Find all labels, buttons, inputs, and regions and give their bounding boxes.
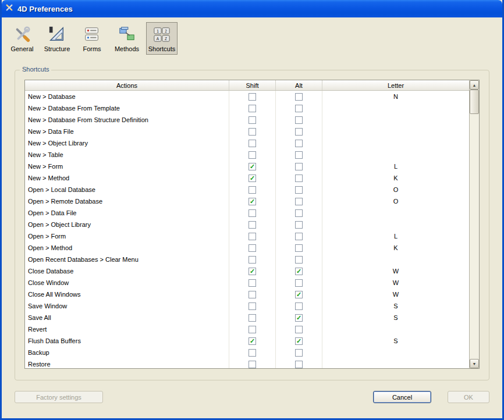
shift-checkbox[interactable]: ✓ — [249, 268, 256, 275]
shift-checkbox[interactable]: ✓ — [249, 337, 256, 345]
table-row[interactable]: New > Database From Template — [25, 102, 469, 114]
shift-checkbox[interactable] — [249, 128, 256, 136]
shift-checkbox[interactable] — [249, 140, 256, 147]
table-row[interactable]: Open Recent Databases > Clear Menu — [25, 254, 469, 265]
alt-checkbox[interactable]: ✓ — [295, 268, 303, 275]
alt-checkbox[interactable] — [295, 128, 303, 136]
table-row[interactable]: Close WindowW — [25, 277, 469, 289]
alt-cell — [276, 184, 322, 195]
shift-cell — [229, 219, 276, 230]
toolbar-item-methods[interactable]: Methods — [111, 22, 143, 55]
shift-checkbox[interactable] — [249, 186, 256, 194]
column-header-shift[interactable]: Shift — [229, 80, 276, 90]
alt-checkbox[interactable] — [295, 256, 303, 264]
table-row[interactable]: New > Object Library — [25, 137, 469, 149]
ok-button[interactable]: OK — [448, 391, 489, 403]
shift-checkbox[interactable] — [249, 209, 256, 217]
shift-checkbox[interactable] — [249, 233, 256, 240]
shift-checkbox[interactable] — [249, 361, 256, 368]
alt-cell — [276, 358, 322, 368]
toolbar-item-structure[interactable]: Structure — [41, 22, 73, 55]
table-row[interactable]: Open > Object Library — [25, 219, 469, 230]
table-row[interactable]: Revert — [25, 323, 469, 335]
scroll-up-icon[interactable]: ▲ — [470, 80, 479, 90]
alt-checkbox[interactable] — [295, 209, 303, 217]
shift-checkbox[interactable]: ✓ — [249, 198, 256, 205]
alt-checkbox[interactable] — [295, 221, 303, 229]
cancel-button[interactable]: Cancel — [373, 391, 431, 403]
alt-checkbox[interactable] — [295, 233, 303, 240]
shift-checkbox[interactable] — [249, 151, 256, 159]
titlebar[interactable]: 4D Preferences — [2, 0, 502, 17]
shift-checkbox[interactable]: ✓ — [249, 175, 256, 182]
shift-checkbox[interactable] — [249, 244, 256, 252]
alt-checkbox[interactable] — [295, 116, 303, 124]
alt-checkbox[interactable]: ✓ — [295, 314, 303, 322]
table-row[interactable]: Restore — [25, 358, 469, 368]
alt-checkbox[interactable] — [295, 93, 303, 101]
table-row[interactable]: Open > Local DatabaseO — [25, 184, 469, 195]
alt-checkbox[interactable] — [295, 163, 303, 170]
alt-checkbox[interactable] — [295, 349, 303, 357]
table-row[interactable]: New > Database From Structure Definition — [25, 114, 469, 126]
alt-checkbox[interactable] — [295, 175, 303, 182]
vertical-scrollbar[interactable]: ▲ ▼ — [469, 80, 479, 368]
table-row[interactable]: New > DatabaseN — [25, 91, 469, 102]
letter-value: N — [322, 91, 469, 102]
table-row[interactable]: Flush Data Buffers✓✓S — [25, 335, 469, 347]
shift-cell — [229, 347, 276, 358]
alt-cell — [276, 207, 322, 219]
shift-checkbox[interactable] — [249, 93, 256, 101]
shift-checkbox[interactable] — [249, 116, 256, 124]
factory-settings-button[interactable]: Factory settings — [15, 391, 103, 403]
shift-checkbox[interactable] — [249, 314, 256, 322]
shift-checkbox[interactable] — [249, 221, 256, 229]
column-header-letter[interactable]: Letter — [322, 80, 469, 90]
table-row[interactable]: Open > Remote Database✓O — [25, 195, 469, 207]
table-row[interactable]: Open > Data File — [25, 207, 469, 219]
table-row[interactable]: Open > FormL — [25, 230, 469, 242]
alt-checkbox[interactable] — [295, 186, 303, 194]
toolbar-item-shortcuts[interactable]: 12AZShortcuts — [146, 22, 178, 55]
shift-checkbox[interactable] — [249, 256, 256, 264]
alt-checkbox[interactable] — [295, 105, 303, 112]
shift-checkbox[interactable]: ✓ — [249, 163, 256, 170]
toolbar-item-label: Methods — [115, 45, 139, 52]
alt-checkbox[interactable] — [295, 302, 303, 310]
shift-checkbox[interactable] — [249, 349, 256, 357]
scrollbar-track[interactable] — [470, 90, 479, 359]
table-row[interactable]: Close All Windows✓W — [25, 289, 469, 300]
alt-checkbox[interactable] — [295, 279, 303, 287]
table-row[interactable]: New > Data File — [25, 126, 469, 137]
scrollbar-thumb[interactable] — [470, 90, 479, 114]
column-header-actions[interactable]: Actions — [25, 80, 229, 90]
scroll-down-icon[interactable]: ▼ — [470, 359, 479, 368]
table-row[interactable]: Close Database✓✓W — [25, 265, 469, 277]
shift-checkbox[interactable] — [249, 326, 256, 333]
alt-checkbox[interactable] — [295, 244, 303, 252]
table-row[interactable]: Backup — [25, 347, 469, 358]
alt-checkbox[interactable]: ✓ — [295, 337, 303, 345]
column-header-alt[interactable]: Alt — [276, 80, 322, 90]
action-label: New > Table — [25, 149, 229, 161]
table-row[interactable]: Save All✓S — [25, 312, 469, 323]
shift-checkbox[interactable] — [249, 291, 256, 298]
action-label: New > Database From Template — [25, 102, 229, 114]
alt-cell — [276, 172, 322, 184]
alt-checkbox[interactable]: ✓ — [295, 291, 303, 298]
shift-checkbox[interactable] — [249, 279, 256, 287]
table-row[interactable]: Open > MethodK — [25, 242, 469, 254]
toolbar-item-general[interactable]: General — [6, 22, 38, 55]
table-row[interactable]: New > Table — [25, 149, 469, 161]
alt-checkbox[interactable] — [295, 198, 303, 205]
table-row[interactable]: Save WindowS — [25, 300, 469, 312]
table-row[interactable]: New > Form✓L — [25, 161, 469, 172]
alt-checkbox[interactable] — [295, 140, 303, 147]
alt-checkbox[interactable] — [295, 361, 303, 368]
shift-checkbox[interactable] — [249, 302, 256, 310]
shift-checkbox[interactable] — [249, 105, 256, 112]
alt-checkbox[interactable] — [295, 151, 303, 159]
table-row[interactable]: New > Method✓K — [25, 172, 469, 184]
toolbar-item-forms[interactable]: Forms — [76, 22, 108, 55]
alt-checkbox[interactable] — [295, 326, 303, 333]
